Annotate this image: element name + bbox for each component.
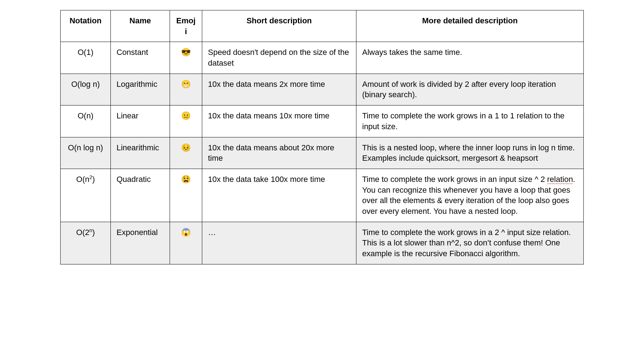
cell-detailed-description: Time to complete the work grows in a 1 t… [356,105,584,137]
col-header-emoji: Emoji [170,10,202,42]
table-row: O(n)Linear😐10x the data means 10x more t… [61,105,584,137]
cell-detailed-description: Always takes the same time. [356,42,584,74]
cell-notation: O(1) [61,42,111,74]
table-row: O(2n)Exponential😱…Time to complete the w… [61,222,584,264]
col-header-notation: Notation [61,10,111,42]
bigo-complexity-table: Notation Name Emoji Short description Mo… [60,10,584,264]
table-row: O(1)Constant😎Speed doesn't depend on the… [61,42,584,74]
cell-notation: O(n) [61,105,111,137]
cell-short-description: 10x the data take 100x more time [202,169,356,222]
cell-detailed-description: Time to complete the work grows in an in… [356,169,584,222]
cell-short-description: Speed doesn't depend on the size of the … [202,42,356,74]
cell-short-description: 10x the data means 2x more time [202,74,356,105]
cell-detailed-description: Time to complete the work grows in a 2 ^… [356,222,584,264]
cell-name: Constant [111,42,170,74]
table-body: O(1)Constant😎Speed doesn't depend on the… [61,42,584,264]
cell-short-description: … [202,222,356,264]
cell-notation: O(log n) [61,74,111,105]
cell-name: Exponential [111,222,170,264]
col-header-name: Name [111,10,170,42]
cell-emoji: 😁 [170,74,202,105]
col-header-detail: More detailed description [356,10,584,42]
cell-notation: O(2n) [61,222,111,264]
table-row: O(n log n)Linearithmic😣10x the data mean… [61,137,584,169]
cell-emoji: 😐 [170,105,202,137]
cell-emoji: 😣 [170,137,202,169]
cell-emoji: 😱 [170,222,202,264]
cell-detailed-description: Amount of work is divided by 2 after eve… [356,74,584,105]
cell-detailed-description: This is a nested loop, where the inner l… [356,137,584,169]
cell-name: Logarithmic [111,74,170,105]
cell-short-description: 10x the data means about 20x more time [202,137,356,169]
cell-notation: O(n2) [61,169,111,222]
cell-name: Linearithmic [111,137,170,169]
cell-name: Linear [111,105,170,137]
cell-short-description: 10x the data means 10x more time [202,105,356,137]
cell-emoji: 😫 [170,169,202,222]
table-row: O(n2)Quadratic😫10x the data take 100x mo… [61,169,584,222]
col-header-short: Short description [202,10,356,42]
cell-name: Quadratic [111,169,170,222]
table-header-row: Notation Name Emoji Short description Mo… [61,10,584,42]
cell-notation: O(n log n) [61,137,111,169]
table-row: O(log n)Logarithmic😁10x the data means 2… [61,74,584,105]
cell-emoji: 😎 [170,42,202,74]
